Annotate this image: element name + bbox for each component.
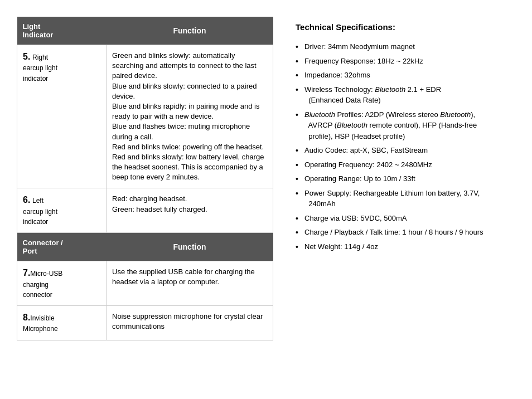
table-row: 8.InvisibleMicrophone Noise suppression …	[17, 305, 273, 340]
spec-item: Driver: 34mm Neodymium magnet	[296, 40, 515, 54]
connector-port-table: Connector /Port Function 7.Micro-USBchar…	[17, 233, 273, 340]
row7-label: 7.Micro-USBchargingconnector	[17, 261, 107, 306]
left-section: LightIndicator Function 5. Rightearcup l…	[17, 17, 273, 340]
spec-item: Bluetooth Profiles: A2DP (Wireless stere…	[296, 108, 515, 144]
spec-item: Wireless Technology: Bluetooth 2.1 + EDR…	[296, 82, 515, 108]
table-row: 7.Micro-USBchargingconnector Use the sup…	[17, 261, 273, 306]
row5-number: 5.	[23, 52, 30, 61]
row8-function: Noise suppression microphone for crystal…	[107, 305, 273, 340]
light-indicator-col-header: LightIndicator	[17, 17, 107, 45]
row7-function: Use the supplied USB cable for charging …	[107, 261, 273, 306]
row8-number: 8.	[23, 313, 30, 322]
spec-item: Charge via USB: 5VDC, 500mA	[296, 211, 515, 226]
row7-number: 7.	[23, 268, 30, 278]
page-layout: LightIndicator Function 5. Rightearcup l…	[17, 17, 515, 340]
row8-label: 8.InvisibleMicrophone	[17, 305, 107, 340]
spec-item: Impedance: 32ohms	[296, 68, 515, 82]
table-row: 5. Rightearcup lightindicator Green and …	[17, 45, 273, 188]
row6-number: 6.	[23, 195, 30, 205]
function-col-header-1: Function	[107, 17, 273, 45]
light-indicator-table: LightIndicator Function 5. Rightearcup l…	[17, 17, 273, 233]
row6-function: Red: charging headset. Green: headset fu…	[107, 188, 273, 233]
spec-item: Audio Codec: apt-X, SBC, FastStream	[296, 143, 515, 158]
spec-item: Power Supply: Rechargeable Lithium Ion b…	[296, 186, 515, 211]
spec-list: Driver: 34mm Neodymium magnet Frequency …	[296, 40, 515, 254]
function-col-header-2: Function	[107, 233, 273, 261]
spec-item: Net Weight: 114g / 4oz	[296, 240, 515, 254]
tech-specs-title: Technical Specifications:	[296, 22, 515, 32]
spec-item: Charge / Playback / Talk time: 1 hour / …	[296, 225, 515, 240]
row5-label: 5. Rightearcup lightindicator	[17, 45, 107, 188]
spec-item: Frequency Response: 18Hz ~ 22kHz	[296, 54, 515, 69]
spec-item: Operating Range: Up to 10m / 33ft	[296, 172, 515, 186]
row5-function: Green and blinks slowly: automatically s…	[107, 45, 273, 188]
spec-item: Operating Frequency: 2402 ~ 2480MHz	[296, 158, 515, 172]
connector-col-header: Connector /Port	[17, 233, 107, 261]
right-section: Technical Specifications: Driver: 34mm N…	[296, 17, 515, 254]
table-row: 6. Leftearcup lightindicator Red: chargi…	[17, 188, 273, 233]
row6-label: 6. Leftearcup lightindicator	[17, 188, 107, 233]
